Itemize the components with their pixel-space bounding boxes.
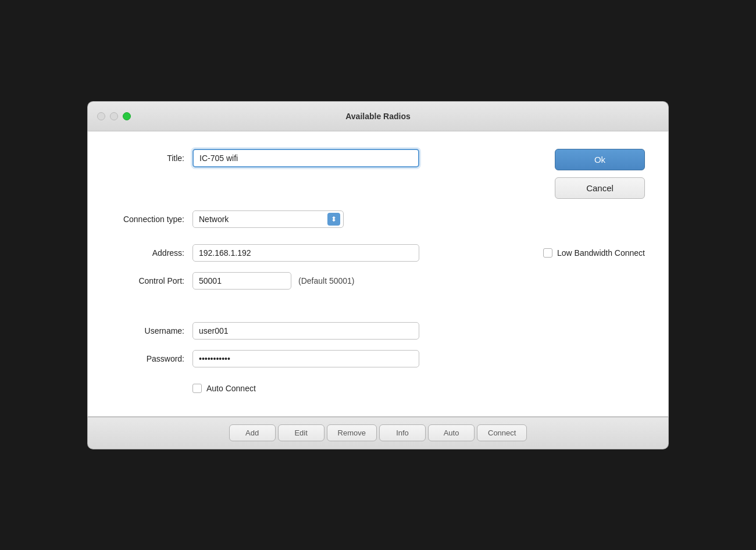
username-input[interactable] [192, 322, 419, 340]
password-label: Password: [111, 354, 192, 363]
password-input[interactable] [192, 350, 419, 367]
auto-connect-checkbox[interactable] [192, 384, 202, 393]
title-input[interactable] [192, 149, 419, 167]
address-label: Address: [111, 248, 192, 258]
ok-button[interactable]: Ok [555, 149, 645, 170]
action-buttons: Ok Cancel [537, 149, 645, 199]
window-title: Available Radios [345, 112, 411, 121]
control-port-label: Control Port: [111, 276, 192, 285]
bottom-bar: Add Edit Remove Info Auto Connect [87, 417, 669, 449]
default-port-note: (Default 50001) [298, 276, 355, 285]
dialog-content: Title: Ok Cancel Connection type: Networ… [87, 131, 669, 417]
minimize-button[interactable] [110, 112, 118, 120]
info-button[interactable]: Info [379, 424, 426, 441]
low-bandwidth-checkbox[interactable] [543, 248, 552, 258]
edit-button[interactable]: Edit [278, 424, 324, 441]
remove-button[interactable]: Remove [327, 424, 377, 441]
connection-type-select[interactable]: Network Serial USB [192, 210, 344, 228]
add-button[interactable]: Add [229, 424, 276, 441]
connection-type-wrapper: Network Serial USB ⬍ [192, 210, 344, 228]
auto-button[interactable]: Auto [428, 424, 475, 441]
low-bandwidth-label: Low Bandwidth Connect [557, 248, 645, 258]
username-label: Username: [111, 326, 192, 335]
maximize-button[interactable] [123, 112, 131, 120]
address-input[interactable] [192, 244, 419, 262]
traffic-lights [97, 112, 131, 120]
connection-type-label: Connection type: [111, 215, 192, 224]
title-label: Title: [111, 153, 192, 163]
close-button[interactable] [97, 112, 105, 120]
app-window: Available Radios Title: Ok Cancel Connec… [87, 101, 669, 449]
auto-connect-label: Auto Connect [206, 384, 256, 393]
title-bar: Available Radios [87, 101, 669, 131]
control-port-input[interactable] [192, 272, 291, 290]
connect-button[interactable]: Connect [477, 424, 527, 441]
cancel-button[interactable]: Cancel [555, 177, 645, 199]
